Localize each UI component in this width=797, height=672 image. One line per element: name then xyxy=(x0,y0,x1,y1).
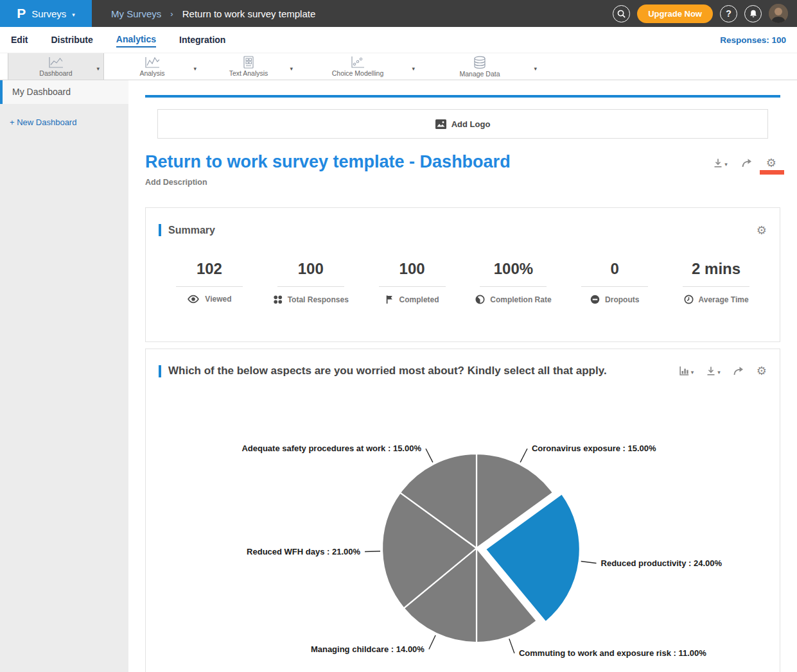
stat-completion-rate: 100% Completion Rate xyxy=(462,260,564,304)
pie-slice-label: Commuting to work and exposure risk : 11… xyxy=(519,648,706,658)
stat-label: Completed xyxy=(399,295,439,304)
pie-slice-label: Adequate safety procedures at work : 15.… xyxy=(241,444,421,453)
breadcrumb-current-survey: Return to work survey template xyxy=(182,8,316,19)
search-button[interactable] xyxy=(613,5,630,22)
question-title: Which of the below aspects are you worri… xyxy=(168,365,607,377)
ribbon-choice-modelling[interactable]: Choice Modelling xyxy=(297,53,419,80)
new-dashboard-button[interactable]: + New Dashboard xyxy=(10,117,128,127)
survey-nav: Edit Distribute Analytics Integration Re… xyxy=(0,27,797,53)
download-icon xyxy=(713,158,723,168)
flag-icon xyxy=(385,295,394,304)
stat-viewed: 102 Viewed xyxy=(159,260,260,304)
chevron-down-icon[interactable] xyxy=(412,62,415,73)
stat-value: 2 mins xyxy=(665,260,767,278)
divider xyxy=(683,286,749,287)
app-logo-menu[interactable]: P Surveys xyxy=(0,0,92,27)
add-logo-dropzone[interactable]: Add Logo xyxy=(157,109,768,139)
chevron-down-icon[interactable] xyxy=(290,62,293,73)
share-icon xyxy=(733,366,744,376)
ribbon-label: Manage Data xyxy=(459,70,500,78)
pie-chart: Coronavirus exposure : 15.00%Reduced pro… xyxy=(159,380,791,672)
summary-settings-gear-icon[interactable] xyxy=(757,225,767,236)
minus-circle-icon xyxy=(590,295,600,304)
question-card: Which of the below aspects are you worri… xyxy=(145,349,780,672)
eye-icon xyxy=(187,295,200,304)
pie-leader-line xyxy=(520,449,527,462)
chevron-down-icon xyxy=(724,157,728,169)
download-button[interactable] xyxy=(706,365,721,377)
chart-type-button[interactable] xyxy=(679,365,694,377)
divider xyxy=(581,286,648,287)
ribbon-text-analysis[interactable]: Text Analysis xyxy=(200,53,297,80)
stat-label: Total Responses xyxy=(288,295,349,304)
add-description-label[interactable]: Add Description xyxy=(145,178,780,187)
breadcrumb: My Surveys › Return to work survey templ… xyxy=(111,8,315,19)
tab-distribute[interactable]: Distribute xyxy=(51,33,92,47)
pie-slice-label: Managing childcare : 14.00% xyxy=(311,644,425,654)
share-icon xyxy=(741,158,753,168)
chevron-down-icon[interactable] xyxy=(534,62,537,73)
stat-total-responses: 100 Total Responses xyxy=(260,260,362,304)
download-button[interactable] xyxy=(713,157,728,169)
stat-value: 100 xyxy=(260,260,362,278)
tab-edit[interactable]: Edit xyxy=(11,33,28,47)
tab-analytics[interactable]: Analytics xyxy=(116,32,156,47)
ribbon-label: Dashboard xyxy=(39,69,72,77)
dashboard-main: Add Logo Return to work survey template … xyxy=(128,80,797,672)
pie-slice-label: Reduced WFH days : 21.00% xyxy=(247,547,360,556)
share-button[interactable] xyxy=(733,366,744,376)
stat-average-time: 2 mins Average Time xyxy=(665,260,767,304)
responses-count[interactable]: Responses: 100 xyxy=(720,35,786,45)
ribbon-analysis[interactable]: Analysis xyxy=(104,53,200,80)
stat-label: Average Time xyxy=(699,295,749,304)
stat-value: 100 xyxy=(362,260,463,278)
breadcrumb-my-surveys[interactable]: My Surveys xyxy=(111,8,161,19)
page-title[interactable]: Return to work survey template - Dashboa… xyxy=(145,152,511,172)
section-marker xyxy=(159,224,161,236)
ribbon-label: Choice Modelling xyxy=(332,69,384,77)
add-logo-label: Add Logo xyxy=(451,119,491,129)
stat-value: 0 xyxy=(564,260,665,278)
scatter-chart-icon xyxy=(350,56,365,69)
pie-leader-line xyxy=(581,562,597,564)
image-icon xyxy=(435,119,446,129)
chevron-down-icon[interactable] xyxy=(96,62,100,73)
question-actions xyxy=(679,365,767,377)
settings-gear-icon[interactable] xyxy=(766,157,776,169)
question-settings-gear-icon[interactable] xyxy=(757,365,767,377)
share-button[interactable] xyxy=(741,158,753,168)
pie-leader-line xyxy=(429,635,435,650)
dots-icon xyxy=(273,295,283,304)
ribbon-dashboard[interactable]: Dashboard xyxy=(8,53,104,80)
pie-slice-label: Reduced productivity : 24.00% xyxy=(601,558,723,568)
question-mark-icon: ? xyxy=(726,8,731,19)
product-name: Surveys xyxy=(31,8,66,19)
sidebar-item-my-dashboard[interactable]: My Dashboard xyxy=(0,80,128,104)
upgrade-now-button[interactable]: Upgrade Now xyxy=(637,4,713,23)
section-marker xyxy=(159,365,161,377)
analytics-ribbon: Dashboard Analysis Text Analysis Choice … xyxy=(0,53,797,80)
search-icon xyxy=(617,9,626,19)
chevron-down-icon[interactable] xyxy=(193,62,197,73)
tab-integration[interactable]: Integration xyxy=(179,33,225,47)
questionpro-logo-icon: P xyxy=(17,6,26,21)
bell-icon xyxy=(749,9,758,19)
stat-dropouts: 0 Dropouts xyxy=(564,260,665,304)
pie-leader-line xyxy=(509,639,514,653)
breadcrumb-separator: › xyxy=(170,9,173,19)
divider xyxy=(176,286,243,287)
stat-value: 102 xyxy=(159,260,260,278)
database-icon xyxy=(473,56,487,69)
stat-label: Dropouts xyxy=(605,295,639,304)
stat-completed: 100 Completed xyxy=(362,260,463,304)
notifications-button[interactable] xyxy=(744,5,762,22)
pie-slice-label: Coronavirus exposure : 15.00% xyxy=(532,444,656,453)
area-chart-icon xyxy=(144,56,161,69)
summary-title: Summary xyxy=(168,225,215,236)
ribbon-label: Analysis xyxy=(139,69,164,77)
ribbon-manage-data[interactable]: Manage Data xyxy=(419,53,541,80)
avatar[interactable] xyxy=(769,4,788,23)
document-grid-icon xyxy=(243,56,254,69)
topbar-actions: Upgrade Now ? xyxy=(613,4,797,23)
help-button[interactable]: ? xyxy=(720,5,737,22)
